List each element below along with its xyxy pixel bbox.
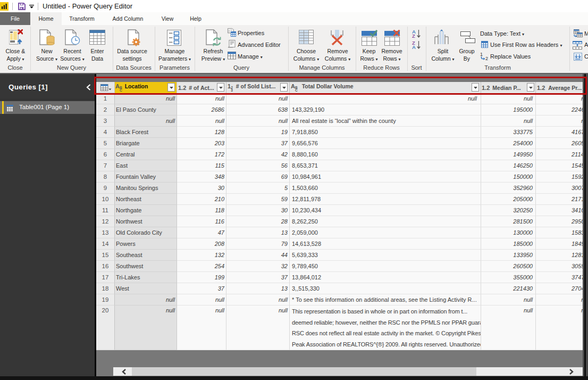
svg-text:Z: Z (412, 33, 415, 38)
svg-text:2: 2 (485, 56, 488, 61)
svg-text:A: A (412, 44, 416, 49)
svg-text:1: 1 (480, 52, 483, 57)
